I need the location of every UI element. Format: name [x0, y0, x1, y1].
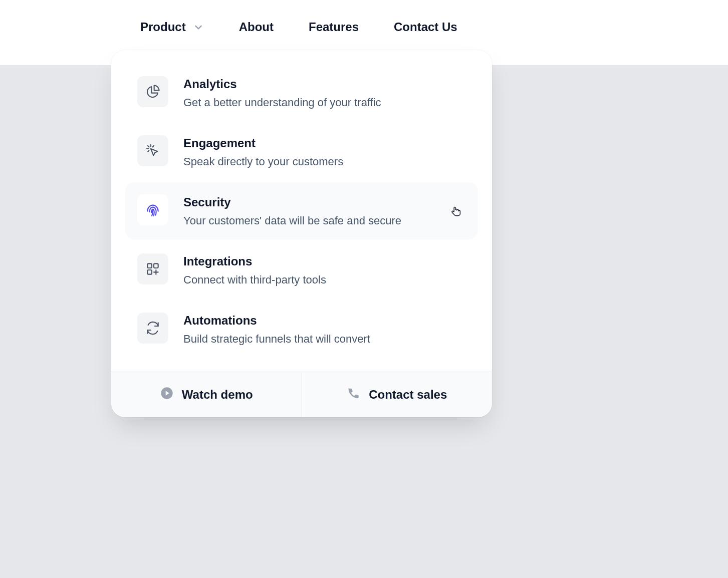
menu-item-title: Automations: [183, 314, 370, 328]
menu-item-text: Security Your customers' data will be sa…: [183, 194, 401, 227]
nav-item-product[interactable]: Product: [140, 20, 204, 34]
nav-item-features[interactable]: Features: [309, 20, 359, 34]
menu-item-desc: Get a better understanding of your traff…: [183, 96, 381, 109]
footer-button-label: Contact sales: [369, 388, 447, 402]
menu-item-desc: Build strategic funnels that will conver…: [183, 333, 370, 346]
menu-item-text: Engagement Speak directly to your custom…: [183, 135, 343, 168]
menu-item-integrations[interactable]: Integrations Connect with third-party to…: [125, 241, 478, 299]
watch-demo-button[interactable]: Watch demo: [111, 372, 302, 417]
menu-item-automations[interactable]: Automations Build strategic funnels that…: [125, 301, 478, 358]
menu-item-title: Integrations: [183, 254, 326, 268]
nav-label: Contact Us: [394, 20, 457, 34]
chart-pie-icon: [137, 76, 168, 107]
svg-rect-6: [154, 263, 158, 268]
contact-sales-button[interactable]: Contact sales: [302, 372, 493, 417]
top-nav: Product About Features Contact Us: [0, 0, 728, 54]
squares-plus-icon: [137, 253, 168, 284]
nav-label: Product: [140, 20, 186, 34]
product-flyout-menu: Analytics Get a better understanding of …: [111, 50, 492, 417]
menu-item-desc: Connect with third-party tools: [183, 273, 326, 286]
phone-icon: [347, 386, 361, 403]
nav-item-contact-us[interactable]: Contact Us: [394, 20, 457, 34]
menu-item-title: Security: [183, 195, 401, 209]
cursor-click-icon: [137, 135, 168, 166]
menu-item-text: Analytics Get a better understanding of …: [183, 76, 381, 109]
menu-item-text: Integrations Connect with third-party to…: [183, 253, 326, 286]
footer-button-label: Watch demo: [182, 388, 253, 402]
menu-item-title: Analytics: [183, 77, 381, 91]
fingerprint-icon: [137, 194, 168, 225]
play-circle-icon: [160, 386, 174, 403]
chevron-down-icon: [193, 22, 204, 33]
menu-item-engagement[interactable]: Engagement Speak directly to your custom…: [125, 123, 478, 180]
menu-item-title: Engagement: [183, 136, 343, 150]
refresh-icon: [137, 313, 168, 344]
svg-rect-7: [147, 270, 152, 274]
menu-item-text: Automations Build strategic funnels that…: [183, 313, 370, 346]
flyout-footer: Watch demo Contact sales: [111, 372, 492, 417]
pointer-cursor-icon: [450, 204, 463, 217]
menu-item-security[interactable]: Security Your customers' data will be sa…: [125, 182, 478, 239]
nav-label: About: [239, 20, 274, 34]
nav-label: Features: [309, 20, 359, 34]
menu-item-analytics[interactable]: Analytics Get a better understanding of …: [125, 64, 478, 121]
svg-line-3: [153, 146, 154, 147]
menu-item-desc: Speak directly to your customers: [183, 155, 343, 168]
svg-line-4: [148, 151, 149, 152]
nav-item-about[interactable]: About: [239, 20, 274, 34]
flyout-menu-list: Analytics Get a better understanding of …: [111, 50, 492, 372]
svg-rect-5: [147, 263, 152, 268]
menu-item-desc: Your customers' data will be safe and se…: [183, 214, 401, 227]
svg-line-2: [148, 146, 149, 147]
